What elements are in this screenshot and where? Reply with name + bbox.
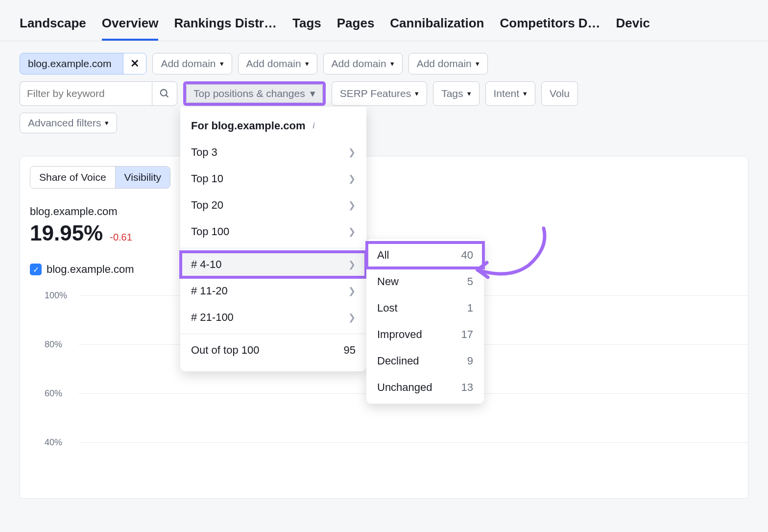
serp-features-filter[interactable]: SERP Features▾ — [332, 81, 428, 106]
chevron-down-icon: ▾ — [105, 119, 109, 127]
chevron-right-icon: ❯ — [348, 286, 356, 296]
submenu-item[interactable]: New5 — [366, 268, 484, 295]
tab-cannibalization[interactable]: Cannibalization — [390, 16, 484, 41]
chevron-down-icon: ▾ — [310, 88, 315, 99]
metric-delta: -0.61 — [110, 232, 132, 243]
keyword-search-input[interactable] — [20, 81, 152, 106]
tab-overview[interactable]: Overview — [102, 16, 159, 41]
chevron-right-icon: ❯ — [348, 312, 356, 323]
submenu-item[interactable]: Unchanged13 — [366, 374, 484, 401]
metric-value: 19.95% — [30, 221, 103, 245]
chevron-right-icon: ❯ — [348, 173, 356, 184]
positions-submenu: All40New5Lost1Improved17Declined9Unchang… — [366, 239, 484, 404]
dropdown-item-out[interactable]: Out of top 100 95 — [180, 337, 366, 363]
dropdown-item[interactable]: # 4-10❯ — [180, 251, 366, 278]
y-axis-label: 80% — [45, 339, 62, 350]
domain-chip[interactable]: blog.example.com ✕ — [20, 53, 146, 74]
tags-filter[interactable]: Tags▾ — [433, 81, 479, 106]
legend-label: blog.example.com — [47, 263, 134, 276]
tab-rankings-distr-[interactable]: Rankings Distr… — [174, 16, 277, 41]
positions-filter-highlight: Top positions & changes ▾ — [183, 81, 326, 106]
y-axis-label: 40% — [45, 437, 62, 448]
tab-tags[interactable]: Tags — [292, 16, 321, 41]
chevron-down-icon: ▾ — [476, 59, 480, 68]
chevron-right-icon: ❯ — [348, 259, 356, 270]
search-button[interactable] — [152, 81, 177, 106]
intent-filter[interactable]: Intent▾ — [485, 81, 536, 106]
chevron-right-icon: ❯ — [348, 200, 356, 211]
metric-domain: blog.example.com — [30, 205, 748, 218]
submenu-item[interactable]: All40 — [366, 242, 484, 268]
chevron-down-icon: ▾ — [305, 59, 309, 68]
chevron-down-icon: ▾ — [523, 89, 527, 98]
tab-competitors-d-[interactable]: Competitors D… — [500, 16, 600, 41]
dropdown-separator — [180, 334, 366, 334]
visibility-subtabs: Share of Voice Visibility — [30, 166, 170, 189]
main-tabs: LandscapeOverviewRankings Distr…TagsPage… — [0, 0, 768, 41]
advanced-filters-row: Advanced filters▾ — [0, 106, 768, 142]
advanced-filters[interactable]: Advanced filters▾ — [20, 113, 117, 133]
dropdown-item[interactable]: Top 20❯ — [180, 192, 366, 218]
chevron-right-icon: ❯ — [348, 226, 356, 237]
dropdown-item[interactable]: Top 3❯ — [180, 139, 366, 166]
search-icon — [159, 88, 170, 99]
filter-controls-row: Top positions & changes ▾ SERP Features▾… — [0, 74, 768, 106]
positions-dropdown: For blog.example.com i Top 3❯Top 10❯Top … — [180, 107, 366, 371]
domain-filter-row: blog.example.com ✕ Add domain▾ Add domai… — [0, 41, 768, 74]
add-domain-1[interactable]: Add domain▾ — [152, 53, 232, 74]
grid-line — [79, 442, 748, 443]
chevron-down-icon: ▾ — [220, 59, 224, 68]
dropdown-item[interactable]: # 11-20❯ — [180, 278, 366, 304]
dropdown-item[interactable]: Top 10❯ — [180, 166, 366, 192]
dropdown-separator — [180, 248, 366, 248]
legend-checkbox[interactable]: ✓ — [30, 264, 42, 275]
visibility-metric: blog.example.com 19.95% -0.61 — [20, 189, 748, 245]
add-domain-2[interactable]: Add domain▾ — [238, 53, 317, 74]
tab-landscape[interactable]: Landscape — [20, 16, 86, 41]
domain-chip-text: blog.example.com — [20, 54, 119, 73]
close-icon[interactable]: ✕ — [123, 53, 146, 74]
chevron-down-icon: ▾ — [415, 89, 419, 98]
chevron-right-icon: ❯ — [348, 147, 356, 158]
dropdown-item[interactable]: # 21-100❯ — [180, 304, 366, 331]
add-domain-3[interactable]: Add domain▾ — [323, 53, 403, 74]
subtab-visibility[interactable]: Visibility — [115, 167, 170, 188]
y-axis-label: 60% — [45, 388, 62, 399]
svg-point-0 — [161, 90, 167, 96]
chevron-down-icon: ▾ — [467, 89, 471, 98]
chevron-down-icon: ▾ — [390, 59, 394, 68]
info-icon[interactable]: i — [310, 121, 318, 130]
submenu-item[interactable]: Lost1 — [366, 295, 484, 321]
submenu-item[interactable]: Improved17 — [366, 321, 484, 348]
submenu-item[interactable]: Declined9 — [366, 348, 484, 374]
volume-filter[interactable]: Volu — [541, 81, 578, 106]
subtab-share-of-voice[interactable]: Share of Voice — [30, 167, 115, 188]
positions-filter[interactable]: Top positions & changes ▾ — [186, 84, 323, 103]
dropdown-header: For blog.example.com i — [180, 115, 366, 139]
dropdown-item[interactable]: Top 100❯ — [180, 218, 366, 245]
tab-devic[interactable]: Devic — [616, 16, 650, 41]
tab-pages[interactable]: Pages — [337, 16, 375, 41]
svg-line-1 — [166, 95, 168, 97]
keyword-search — [20, 81, 177, 106]
y-axis-label: 100% — [45, 290, 67, 301]
add-domain-4[interactable]: Add domain▾ — [408, 53, 488, 74]
annotation-arrow — [470, 223, 558, 287]
